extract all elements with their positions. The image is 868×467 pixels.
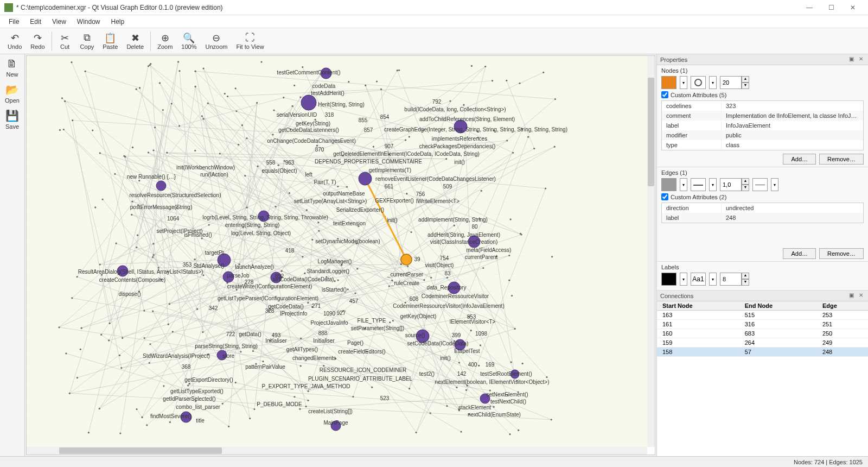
- copy-button[interactable]: ⧉Copy: [76, 31, 99, 51]
- cut-button[interactable]: ✂Cut: [54, 31, 76, 51]
- edge-add-button[interactable]: Add…: [783, 248, 816, 259]
- node-shape-button[interactable]: [691, 76, 706, 89]
- svg-point-232: [533, 148, 535, 149]
- node-color-dropdown[interactable]: ▾: [680, 76, 687, 89]
- node-custom-attrs-checkbox[interactable]: [661, 91, 668, 98]
- node-remove-button[interactable]: Remove…: [819, 154, 864, 165]
- label-font-button[interactable]: Aa1: [691, 273, 706, 286]
- svg-point-422: [380, 89, 382, 90]
- horizontal-scrollbar[interactable]: [27, 447, 647, 455]
- svg-point-298: [411, 231, 412, 233]
- svg-line-126: [319, 231, 430, 413]
- svg-point-469: [258, 211, 269, 222]
- label-color-dropdown[interactable]: ▾: [680, 273, 687, 286]
- edge-remove-button[interactable]: Remove…: [819, 248, 864, 259]
- svg-point-209: [407, 266, 409, 267]
- paste-button[interactable]: 📋Paste: [98, 31, 122, 51]
- svg-line-191: [149, 153, 303, 257]
- connection-row[interactable]: 163515253: [657, 311, 868, 320]
- menu-view[interactable]: View: [47, 17, 72, 27]
- graph-canvas[interactable]: testGetCommentContent()codeDatatestAddHe…: [27, 56, 647, 447]
- edge-weight-input[interactable]: [720, 178, 742, 191]
- label-size-input[interactable]: [720, 273, 742, 286]
- connection-row[interactable]: 161316251: [657, 320, 868, 329]
- chevron-down-icon[interactable]: ▼: [742, 185, 749, 191]
- attr-row[interactable]: codelines323: [662, 101, 863, 111]
- connection-row[interactable]: 159264249: [657, 338, 868, 348]
- svg-point-461: [301, 95, 316, 110]
- panel-float-icon[interactable]: ▣: [847, 292, 855, 300]
- menu-window[interactable]: Window: [72, 17, 106, 27]
- attr-row[interactable]: typeclass: [662, 140, 863, 150]
- vertical-scrollbar[interactable]: [647, 56, 655, 447]
- node-attrs-table[interactable]: codelines323commentImplementation de lIn…: [661, 100, 864, 150]
- edge-attrs-table[interactable]: directionundirectedlabel248: [661, 203, 864, 223]
- menu-edit[interactable]: Edit: [24, 17, 47, 27]
- svg-point-425: [178, 70, 180, 72]
- close-button[interactable]: ✕: [842, 1, 864, 14]
- edge-arrow-style[interactable]: [752, 178, 768, 191]
- edge-arrow-dropdown[interactable]: ▾: [771, 178, 778, 191]
- svg-point-312: [189, 383, 190, 384]
- svg-point-291: [131, 201, 133, 203]
- chevron-down-icon[interactable]: ▼: [742, 83, 749, 89]
- svg-point-326: [171, 103, 173, 104]
- label-color-swatch[interactable]: [661, 273, 676, 286]
- label-size-spinner[interactable]: ▲▼: [720, 273, 749, 286]
- edge-line-dropdown[interactable]: ▾: [709, 178, 717, 191]
- minimize-button[interactable]: —: [799, 1, 820, 14]
- label-font-dropdown[interactable]: ▾: [709, 273, 717, 286]
- zoom-button[interactable]: ⊕Zoom: [153, 31, 177, 51]
- connection-row[interactable]: 15857248: [657, 348, 868, 357]
- svg-point-462: [359, 172, 372, 185]
- save-button[interactable]: 💾Save: [5, 109, 19, 130]
- maximize-button[interactable]: ☐: [820, 1, 842, 14]
- redo-button[interactable]: ↷Redo: [26, 31, 49, 51]
- zoom100-button[interactable]: 🔍100%: [177, 31, 201, 51]
- edge-line-style[interactable]: [691, 178, 706, 191]
- svg-line-144: [99, 72, 322, 409]
- edge-custom-attrs-checkbox[interactable]: [661, 193, 668, 200]
- svg-line-61: [109, 324, 169, 340]
- status-text: Nodes: 724 | Edges: 1025: [794, 459, 863, 465]
- svg-line-179: [63, 129, 270, 340]
- chevron-down-icon[interactable]: ▼: [742, 279, 749, 286]
- svg-line-79: [132, 201, 424, 280]
- edge-weight-spinner[interactable]: ▲▼: [720, 178, 749, 191]
- connections-table[interactable]: Start NodeEnd NodeEdge163515253161316251…: [657, 301, 868, 456]
- new-button[interactable]: 🗎New: [6, 58, 18, 78]
- edge-color-dropdown[interactable]: ▾: [680, 178, 687, 191]
- chevron-up-icon[interactable]: ▲: [742, 273, 749, 279]
- svg-line-196: [150, 65, 359, 226]
- attr-row[interactable]: modifierpublic: [662, 130, 863, 140]
- menu-file[interactable]: File: [3, 17, 24, 27]
- svg-point-263: [373, 146, 374, 147]
- fit-button[interactable]: ⛶Fit to View: [232, 31, 268, 51]
- svg-line-82: [132, 214, 424, 280]
- edge-color-swatch[interactable]: [661, 178, 676, 191]
- node-color-swatch[interactable]: [661, 76, 676, 89]
- unzoom-button[interactable]: ⊖Unzoom: [201, 31, 232, 51]
- node-add-button[interactable]: Add…: [783, 154, 816, 165]
- svg-line-53: [312, 99, 556, 307]
- svg-line-43: [195, 66, 486, 259]
- panel-float-icon[interactable]: ▣: [847, 56, 855, 64]
- delete-button[interactable]: ✖Delete: [122, 31, 148, 51]
- svg-point-274: [85, 71, 86, 72]
- chevron-up-icon[interactable]: ▲: [742, 76, 749, 83]
- node-size-input[interactable]: [720, 76, 742, 89]
- open-button[interactable]: 📂Open: [5, 83, 20, 104]
- connection-row[interactable]: 160683250: [657, 329, 868, 338]
- panel-close-icon[interactable]: ✕: [857, 292, 865, 300]
- attr-row[interactable]: directionundirected: [662, 203, 863, 213]
- panel-close-icon[interactable]: ✕: [857, 56, 865, 64]
- attr-row[interactable]: commentImplementation de lInfoElement, l…: [662, 111, 863, 121]
- node-size-spinner[interactable]: ▲▼: [720, 76, 749, 89]
- undo-button[interactable]: ↶Undo: [3, 31, 26, 51]
- menu-help[interactable]: Help: [106, 17, 130, 27]
- node-shape-dropdown[interactable]: ▾: [709, 76, 717, 89]
- chevron-up-icon[interactable]: ▲: [742, 178, 749, 185]
- attr-row[interactable]: label248: [662, 213, 863, 223]
- svg-point-270: [208, 224, 210, 225]
- attr-row[interactable]: labelInfoJavaElement: [662, 121, 863, 130]
